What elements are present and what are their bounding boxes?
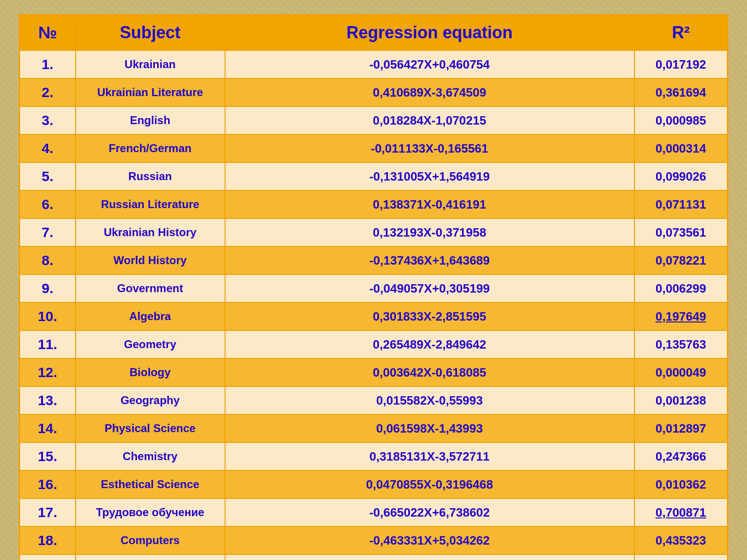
cell-equation: 0,301833X-2,851595 <box>225 302 634 330</box>
cell-subject: Computers <box>76 526 225 554</box>
cell-num: 15. <box>20 442 76 470</box>
cell-num: 12. <box>20 358 76 386</box>
cell-equation: 0,410689X-3,674509 <box>225 78 634 106</box>
table-row: 14.Physical Science0,061598X-1,439930,01… <box>20 414 728 442</box>
cell-num: 13. <box>20 386 76 414</box>
table-row: 16.Esthetical Science0,0470855X-0,319646… <box>20 470 728 498</box>
cell-r2: 0,012897 <box>634 414 728 442</box>
cell-r2: 0,001238 <box>634 386 728 414</box>
cell-num: 17. <box>20 498 76 526</box>
cell-subject: Russian Literature <box>76 190 225 218</box>
cell-r2: 0,001623 <box>634 554 728 560</box>
cell-subject: Government <box>76 274 225 302</box>
cell-equation: -0,665022X+6,738602 <box>225 498 634 526</box>
table-row: 6.Russian Literature0,138371X-0,4161910,… <box>20 190 728 218</box>
cell-r2: 0,247366 <box>634 442 728 470</box>
cell-num: 9. <box>20 274 76 302</box>
cell-r2: 0,073561 <box>634 218 728 246</box>
cell-subject: Algebra <box>76 302 225 330</box>
table-row: 3.English0,018284X-1,0702150,000985 <box>20 106 728 134</box>
cell-r2: 0,010362 <box>634 470 728 498</box>
table-row: 12.Biology0,003642X-0,6180850,000049 <box>20 358 728 386</box>
col-header-r2: R² <box>634 15 728 51</box>
cell-r2: 0,000314 <box>634 134 728 162</box>
main-container: № Subject Regression equation R² 1.Ukrai… <box>19 14 728 560</box>
cell-equation: -0,463331X+5,034262 <box>225 526 634 554</box>
table-row: 7.Ukrainian History0,132193X-0,3719580,0… <box>20 218 728 246</box>
cell-num: 16. <box>20 470 76 498</box>
cell-subject: Chemistry <box>76 442 225 470</box>
cell-subject: Biology <box>76 358 225 386</box>
cell-r2: 0,099026 <box>634 162 728 190</box>
col-header-subject: Subject <box>76 15 225 51</box>
cell-num: 19. <box>20 554 76 560</box>
table-row: 2.Ukrainian Literature0,410689X-3,674509… <box>20 78 728 106</box>
table-row: 17.Трудовое обучение-0,665022X+6,7386020… <box>20 498 728 526</box>
cell-subject: Трудовое обучение <box>76 498 225 526</box>
col-header-equation: Regression equation <box>225 15 634 51</box>
cell-subject: Technical Drawing <box>76 554 225 560</box>
cell-r2: 0,197649 <box>634 302 728 330</box>
cell-subject: Esthetical Science <box>76 470 225 498</box>
cell-num: 11. <box>20 330 76 358</box>
cell-subject: Russian <box>76 162 225 190</box>
cell-r2: 0,017192 <box>634 50 728 78</box>
cell-subject: Physical Science <box>76 414 225 442</box>
cell-r2: 0,435323 <box>634 526 728 554</box>
cell-equation: -0,049057X+0,305199 <box>225 274 634 302</box>
cell-num: 18. <box>20 526 76 554</box>
cell-equation: 0,3185131X-3,572711 <box>225 442 634 470</box>
cell-equation: 0,138371X-0,416191 <box>225 190 634 218</box>
cell-num: 8. <box>20 246 76 274</box>
cell-subject: Ukrainian <box>76 50 225 78</box>
cell-subject: Ukrainian Literature <box>76 78 225 106</box>
table-row: 8.World History-0,137436X+1,6436890,0782… <box>20 246 728 274</box>
table-row: 19.Technical Drawing-0,028611X-0,6760690… <box>20 554 728 560</box>
cell-equation: -0,028611X-0,676069 <box>225 554 634 560</box>
cell-r2: 0,071131 <box>634 190 728 218</box>
table-row: 18.Computers-0,463331X+5,0342620,435323 <box>20 526 728 554</box>
cell-r2: 0,000985 <box>634 106 728 134</box>
cell-r2: 0,000049 <box>634 358 728 386</box>
table-row: 13.Geography0,015582X-0,559930,001238 <box>20 386 728 414</box>
table-row: 1.Ukrainian-0,056427X+0,4607540,017192 <box>20 50 728 78</box>
cell-num: 14. <box>20 414 76 442</box>
cell-equation: 0,003642X-0,618085 <box>225 358 634 386</box>
cell-equation: -0,137436X+1,643689 <box>225 246 634 274</box>
cell-num: 10. <box>20 302 76 330</box>
cell-equation: 0,061598X-1,43993 <box>225 414 634 442</box>
table-row: 5.Russian-0,131005X+1,5649190,099026 <box>20 162 728 190</box>
table-row: 4.French/German-0,011133X-0,1655610,0003… <box>20 134 728 162</box>
cell-equation: 0,265489X-2,849642 <box>225 330 634 358</box>
cell-equation: -0,131005X+1,564919 <box>225 162 634 190</box>
cell-num: 7. <box>20 218 76 246</box>
cell-equation: 0,018284X-1,070215 <box>225 106 634 134</box>
cell-num: 3. <box>20 106 76 134</box>
cell-equation: 0,015582X-0,55993 <box>225 386 634 414</box>
table-row: 10.Algebra0,301833X-2,8515950,197649 <box>20 302 728 330</box>
data-table: № Subject Regression equation R² 1.Ukrai… <box>19 14 728 560</box>
cell-equation: 0,132193X-0,371958 <box>225 218 634 246</box>
table-row: 9.Government-0,049057X+0,3051990,006299 <box>20 274 728 302</box>
cell-subject: World History <box>76 246 225 274</box>
cell-subject: English <box>76 106 225 134</box>
cell-num: 4. <box>20 134 76 162</box>
table-row: 11.Geometry0,265489X-2,8496420,135763 <box>20 330 728 358</box>
cell-equation: 0,0470855X-0,3196468 <box>225 470 634 498</box>
cell-subject: Geometry <box>76 330 225 358</box>
table-row: 15.Chemistry0,3185131X-3,5727110,247366 <box>20 442 728 470</box>
cell-r2: 0,361694 <box>634 78 728 106</box>
cell-r2: 0,135763 <box>634 330 728 358</box>
cell-num: 5. <box>20 162 76 190</box>
col-header-num: № <box>20 15 76 51</box>
cell-equation: -0,056427X+0,460754 <box>225 50 634 78</box>
cell-num: 1. <box>20 50 76 78</box>
cell-r2: 0,006299 <box>634 274 728 302</box>
cell-equation: -0,011133X-0,165561 <box>225 134 634 162</box>
cell-num: 6. <box>20 190 76 218</box>
cell-subject: Geography <box>76 386 225 414</box>
cell-num: 2. <box>20 78 76 106</box>
cell-subject: Ukrainian History <box>76 218 225 246</box>
cell-r2: 0,078221 <box>634 246 728 274</box>
cell-r2: 0,700871 <box>634 498 728 526</box>
